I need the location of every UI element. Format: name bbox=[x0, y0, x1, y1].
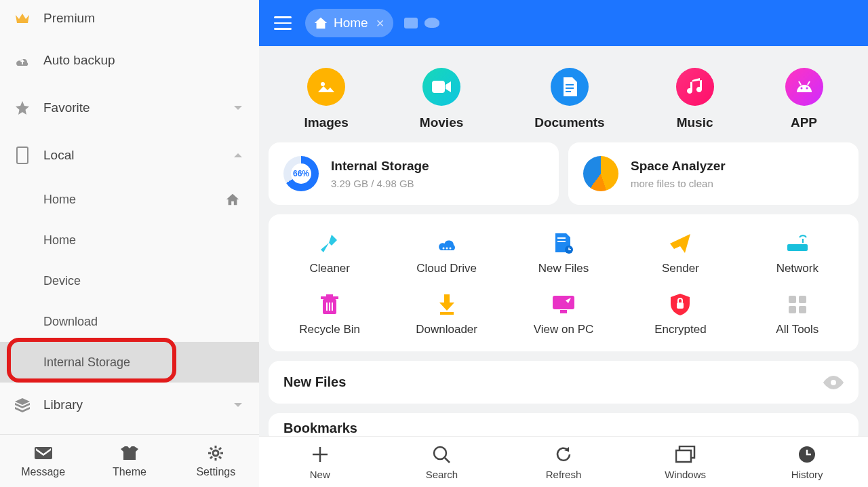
btn-label: History bbox=[791, 469, 823, 480]
svg-rect-16 bbox=[566, 91, 571, 92]
svg-point-18 bbox=[806, 87, 808, 90]
svg-point-12 bbox=[321, 82, 325, 86]
tool-new-files[interactable]: New Files bbox=[505, 224, 622, 285]
tool-all-tools[interactable]: All Tools bbox=[739, 285, 856, 346]
svg-line-9 bbox=[210, 456, 212, 459]
svg-point-45 bbox=[434, 447, 446, 459]
svg-line-20 bbox=[808, 81, 810, 85]
svg-rect-0 bbox=[17, 147, 28, 163]
svg-line-10 bbox=[219, 448, 221, 450]
sidebar-label: Premium bbox=[43, 11, 245, 26]
sidebar-list: Premium Auto backup Favorite bbox=[0, 0, 259, 434]
star-icon bbox=[14, 99, 31, 117]
category-label: Documents bbox=[534, 115, 604, 130]
sub-label: Home bbox=[43, 233, 259, 248]
grid-icon bbox=[786, 294, 809, 315]
sidebar-item-library[interactable]: Library bbox=[0, 383, 259, 427]
svg-rect-48 bbox=[676, 450, 691, 462]
category-label: Movies bbox=[420, 115, 463, 130]
sidebar-sub-internal-storage[interactable]: Internal Storage bbox=[0, 342, 259, 383]
bottom-search-button[interactable]: Search bbox=[381, 437, 503, 487]
internal-storage-card[interactable]: 66% Internal Storage 3.29 GB / 4.98 GB bbox=[269, 142, 559, 205]
chevron-down-icon bbox=[231, 397, 245, 412]
svg-point-21 bbox=[442, 248, 444, 250]
bottom-new-button[interactable]: New bbox=[259, 437, 381, 487]
sidebar-sub-home-2[interactable]: Home bbox=[0, 220, 259, 260]
svg-rect-11 bbox=[317, 79, 336, 95]
document-icon bbox=[551, 68, 589, 106]
sidebar-item-favorite[interactable]: Favorite bbox=[0, 84, 259, 132]
topbar-ghost-icons bbox=[404, 18, 439, 28]
tab-home[interactable]: Home × bbox=[305, 9, 393, 37]
sidebar-settings-button[interactable]: Settings bbox=[173, 435, 259, 487]
tool-label: View on PC bbox=[534, 323, 594, 336]
bottom-bar: New Search Refresh Windows History bbox=[259, 436, 868, 487]
category-documents[interactable]: Documents bbox=[534, 68, 604, 130]
category-label: Music bbox=[677, 115, 713, 130]
svg-line-19 bbox=[799, 81, 801, 85]
main-area: Home × Images bbox=[259, 0, 868, 487]
tool-view-on-pc[interactable]: View on PC bbox=[505, 285, 622, 346]
close-icon[interactable]: × bbox=[376, 16, 384, 30]
svg-line-7 bbox=[210, 448, 212, 450]
tool-label: Recycle Bin bbox=[299, 323, 360, 336]
category-music[interactable]: Music bbox=[676, 68, 714, 130]
tool-label: New Files bbox=[538, 262, 589, 275]
btn-label: Search bbox=[426, 469, 458, 480]
svg-point-2 bbox=[213, 450, 218, 456]
section-bookmarks[interactable]: Bookmarks bbox=[269, 413, 859, 436]
chevron-down-icon bbox=[231, 100, 245, 115]
category-app[interactable]: APP bbox=[785, 68, 823, 130]
section-new-files[interactable]: New Files bbox=[269, 361, 859, 404]
sidebar-message-button[interactable]: Message bbox=[0, 435, 86, 487]
category-label: APP bbox=[791, 115, 817, 130]
sidebar-theme-button[interactable]: Theme bbox=[86, 435, 172, 487]
plus-icon bbox=[310, 444, 330, 465]
tool-network[interactable]: Network bbox=[739, 224, 856, 285]
card-title: Space Analyzer bbox=[631, 159, 726, 174]
btn-label: Settings bbox=[196, 466, 235, 478]
send-icon bbox=[669, 233, 692, 254]
cloud-icon[interactable] bbox=[425, 18, 439, 28]
sidebar-label: Local bbox=[43, 148, 218, 163]
windows-icon bbox=[675, 444, 696, 465]
bottom-windows-button[interactable]: Windows bbox=[625, 437, 747, 487]
android-icon bbox=[785, 68, 823, 106]
tool-cleaner[interactable]: Cleaner bbox=[271, 224, 388, 285]
tool-sender[interactable]: Sender bbox=[622, 224, 738, 285]
svg-rect-34 bbox=[440, 312, 454, 315]
btn-label: Message bbox=[21, 466, 65, 478]
home-icon bbox=[313, 16, 328, 31]
sidebar-item-local[interactable]: Local bbox=[0, 132, 259, 179]
tool-downloader[interactable]: Downloader bbox=[388, 285, 505, 346]
menu-button[interactable] bbox=[267, 7, 298, 39]
sidebar-sub-device[interactable]: Device bbox=[0, 260, 259, 301]
space-analyzer-card[interactable]: Space Analyzer more files to clean bbox=[568, 142, 859, 205]
window-icon[interactable] bbox=[404, 18, 418, 28]
sidebar-item-auto-backup[interactable]: Auto backup bbox=[0, 37, 259, 84]
svg-line-46 bbox=[445, 458, 450, 463]
file-clock-icon bbox=[552, 233, 575, 254]
sidebar-item-premium[interactable]: Premium bbox=[0, 0, 259, 37]
storage-donut-icon: 66% bbox=[283, 156, 319, 191]
storage-cards-row: 66% Internal Storage 3.29 GB / 4.98 GB S… bbox=[269, 142, 859, 205]
tool-cloud-drive[interactable]: Cloud Drive bbox=[388, 224, 505, 285]
tool-recycle-bin[interactable]: Recycle Bin bbox=[271, 285, 388, 346]
bottom-history-button[interactable]: History bbox=[746, 437, 868, 487]
bottom-refresh-button[interactable]: Refresh bbox=[502, 437, 625, 487]
btn-label: New bbox=[310, 469, 330, 480]
tool-label: Downloader bbox=[416, 323, 477, 336]
tool-label: Encrypted bbox=[654, 323, 707, 336]
tool-label: Cloud Drive bbox=[416, 262, 477, 275]
eye-icon[interactable] bbox=[823, 376, 844, 389]
sidebar-sub-download[interactable]: Download bbox=[0, 301, 259, 342]
sidebar-sub-home-1[interactable]: Home bbox=[0, 179, 259, 220]
category-movies[interactable]: Movies bbox=[420, 68, 463, 130]
clock-icon bbox=[797, 444, 817, 465]
category-images[interactable]: Images bbox=[304, 68, 348, 130]
content-scroll[interactable]: Images Movies Documents bbox=[259, 46, 868, 436]
svg-rect-25 bbox=[557, 241, 566, 242]
sub-label: Download bbox=[43, 315, 259, 329]
trash-icon bbox=[318, 294, 341, 315]
tool-encrypted[interactable]: Encrypted bbox=[622, 285, 738, 346]
